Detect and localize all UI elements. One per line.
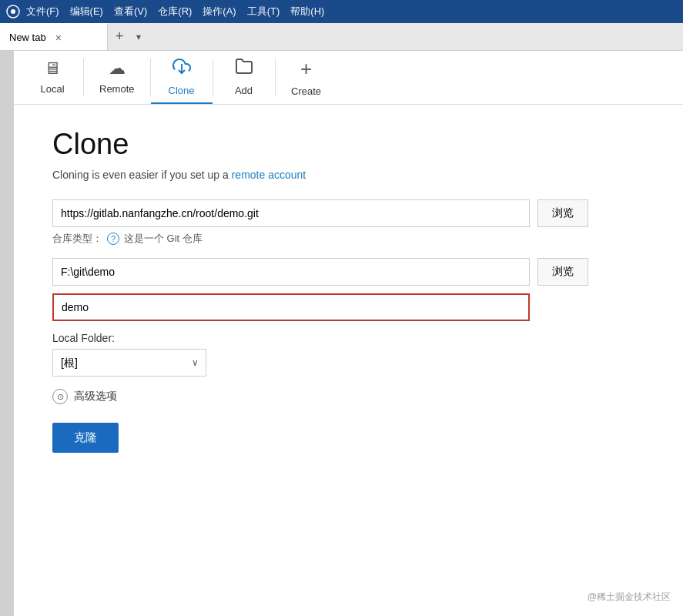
tab-new-tab[interactable]: New tab ×	[0, 23, 108, 50]
clone-subtitle-text: Cloning is even easier if you set up a	[52, 169, 232, 181]
path-row: 浏览	[52, 258, 630, 286]
tab-bar: New tab × + ▾	[0, 23, 683, 51]
app-icon	[6, 5, 20, 18]
local-folder-label: Local Folder:	[52, 332, 630, 344]
create-icon: +	[300, 57, 312, 81]
nav-item-local[interactable]: 🖥 Local	[22, 51, 83, 104]
menu-item-edit[interactable]: 编辑(E)	[70, 5, 103, 18]
repo-type-row: 合库类型： ? 这是一个 Git 仓库	[52, 232, 630, 246]
tab-label: New tab	[9, 32, 46, 43]
advanced-chevron-icon: ⊙	[52, 389, 68, 404]
help-icon[interactable]: ?	[107, 233, 119, 245]
browse-button-1[interactable]: 浏览	[537, 199, 588, 227]
path-input[interactable]	[52, 258, 530, 286]
app-layout: 🖥 Local ☁ Remote Clone	[0, 51, 683, 616]
menu-item-help[interactable]: 帮助(H)	[290, 5, 324, 18]
nav-item-clone[interactable]: Clone	[151, 51, 213, 104]
remote-icon: ☁	[109, 59, 126, 79]
nav-item-add[interactable]: Add	[213, 51, 275, 104]
local-folder-select[interactable]: [根]	[52, 349, 206, 377]
menu-bar: 文件(F) 编辑(E) 查看(V) 仓库(R) 操作(A) 工具(T) 帮助(H…	[0, 0, 683, 23]
nav-label-clone: Clone	[169, 85, 195, 96]
menu-item-view[interactable]: 查看(V)	[114, 5, 147, 18]
menu-items: 文件(F) 编辑(E) 查看(V) 仓库(R) 操作(A) 工具(T) 帮助(H…	[26, 5, 324, 18]
main-content: Clone Cloning is even easier if you set …	[14, 105, 683, 616]
menu-item-tools[interactable]: 工具(T)	[247, 5, 280, 18]
repo-type-label: 合库类型：	[52, 232, 102, 246]
nav-item-create[interactable]: + Create	[276, 51, 337, 104]
clone-button[interactable]: 克隆	[52, 423, 119, 453]
nav-label-local: Local	[40, 83, 64, 95]
add-icon	[235, 57, 253, 80]
advanced-options-label: 高级选项	[74, 390, 117, 403]
nav-label-add: Add	[235, 85, 253, 96]
repo-type-value: 这是一个 Git 仓库	[124, 232, 203, 246]
nav-label-create: Create	[291, 85, 321, 97]
watermark: @稀土掘金技术社区	[588, 591, 671, 604]
svg-point-1	[11, 9, 15, 14]
clone-panel: Clone Cloning is even easier if you set …	[52, 128, 630, 601]
repo-nav: 🖥 Local ☁ Remote Clone	[14, 51, 683, 105]
left-sidebar	[0, 51, 14, 616]
repo-name-input[interactable]	[52, 293, 530, 321]
url-row: 浏览	[52, 199, 630, 227]
local-folder-select-wrapper: [根]	[52, 349, 206, 377]
clone-title: Clone	[52, 128, 630, 161]
name-row	[52, 293, 630, 321]
local-folder-row: [根]	[52, 349, 630, 377]
tab-close-button[interactable]: ×	[52, 30, 65, 45]
url-input[interactable]	[52, 199, 530, 227]
new-tab-button[interactable]: +	[108, 23, 132, 50]
browse-button-2[interactable]: 浏览	[537, 258, 588, 286]
clone-subtitle: Cloning is even easier if you set up a r…	[52, 169, 630, 181]
menu-item-repo[interactable]: 仓库(R)	[158, 5, 192, 18]
nav-item-remote[interactable]: ☁ Remote	[84, 51, 150, 104]
menu-item-file[interactable]: 文件(F)	[26, 5, 59, 18]
tab-dropdown-button[interactable]: ▾	[132, 23, 146, 50]
menu-item-actions[interactable]: 操作(A)	[203, 5, 236, 18]
clone-icon	[172, 57, 191, 80]
advanced-options-row[interactable]: ⊙ 高级选项	[52, 389, 630, 404]
local-icon: 🖥	[44, 59, 61, 79]
remote-account-link[interactable]: remote account	[232, 169, 306, 181]
nav-label-remote: Remote	[99, 83, 135, 95]
